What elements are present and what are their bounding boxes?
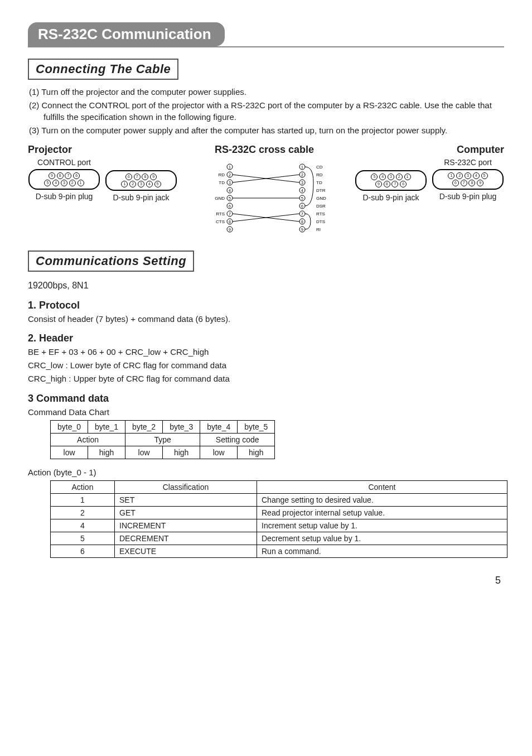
computer-port-label: RS-232C port — [432, 158, 504, 167]
svg-text:RD: RD — [218, 172, 225, 177]
action-subheading: Action (byte_0 - 1) — [28, 467, 504, 478]
svg-text:9: 9 — [229, 228, 231, 232]
svg-text:RD: RD — [316, 172, 323, 177]
svg-text:9: 9 — [301, 228, 303, 232]
byte-table: byte_0 byte_1 byte_2 byte_3 byte_4 byte_… — [50, 420, 275, 459]
step-3: (3) Turn on the computer power supply an… — [28, 125, 504, 136]
step-1: (1) Turn off the projector and the compu… — [28, 86, 504, 98]
cmd-subheading: Command Data Chart — [28, 407, 504, 418]
header-line-1: CRC_low : Lower byte of CRC flag for com… — [28, 360, 504, 371]
svg-text:3: 3 — [301, 181, 303, 185]
section-heading-comm: Communications Setting — [28, 251, 194, 272]
dsub-plug-icon: 1 2 3 4 5 6 7 8 9 — [432, 169, 504, 190]
svg-text:8: 8 — [301, 220, 303, 224]
label-cable: RS-232C cross cable — [215, 144, 314, 156]
title-rule — [28, 46, 504, 47]
step-2: (2) Connect the CONTROL port of the proj… — [28, 100, 504, 123]
table-row: 1SETChange setting to desired value. — [51, 494, 507, 507]
protocol-heading: 1. Protocol — [28, 300, 504, 311]
svg-text:CTS: CTS — [216, 219, 225, 224]
svg-text:CD: CD — [316, 165, 323, 170]
projector-port-label: CONTROL port — [28, 158, 100, 167]
action-table: Action Classification Content 1SETChange… — [50, 480, 507, 558]
section-heading-connecting: Connecting The Cable — [28, 59, 178, 80]
svg-text:DSR: DSR — [316, 204, 326, 209]
svg-text:2: 2 — [301, 173, 303, 177]
header-heading: 2. Header — [28, 333, 504, 344]
svg-text:GND: GND — [215, 196, 225, 201]
svg-text:3: 3 — [229, 181, 231, 185]
table-row: 4INCREMENTIncrement setup value by 1. — [51, 519, 507, 532]
svg-text:RTS: RTS — [316, 211, 325, 216]
table-row: 5DECREMENTDecrement setup value by 1. — [51, 532, 507, 545]
page-number: 5 — [28, 575, 501, 586]
header-line-2: CRC_high : Upper byte of CRC flag for co… — [28, 373, 504, 384]
page-title: RS-232C Communication — [28, 22, 225, 46]
svg-text:1: 1 — [229, 165, 231, 169]
svg-text:7: 7 — [229, 212, 231, 216]
svg-text:2: 2 — [229, 173, 231, 177]
dsub-plug-label: D-sub 9-pin plug — [28, 192, 100, 201]
table-row: 2GETRead projector internal setup value. — [51, 507, 507, 519]
svg-text:7: 7 — [301, 212, 303, 216]
cross-cable-icon: 123456789 123456789 RDTDGNDRTSCTS CDRDTD… — [199, 158, 333, 242]
wiring-diagram: CONTROL port 9 8 7 6 5 4 3 2 1 D-sub 9-p… — [28, 158, 504, 242]
svg-text:TD: TD — [219, 180, 225, 185]
svg-text:RI: RI — [316, 227, 321, 232]
svg-text:6: 6 — [229, 204, 231, 208]
svg-text:1: 1 — [301, 165, 303, 169]
svg-text:GND: GND — [316, 196, 326, 201]
dsub-jack-icon: 6 7 8 9 1 2 3 4 5 — [105, 170, 177, 191]
svg-text:DTR: DTR — [316, 188, 326, 193]
cmd-heading: 3 Command data — [28, 393, 504, 405]
svg-text:4: 4 — [301, 189, 303, 192]
svg-text:6: 6 — [301, 204, 303, 208]
protocol-text: Consist of header (7 bytes) + command da… — [28, 314, 504, 325]
dsub-jack-label: D-sub 9-pin jack — [105, 193, 177, 202]
header-line-0: BE + EF + 03 + 06 + 00 + CRC_low + CRC_h… — [28, 346, 504, 358]
svg-text:RTS: RTS — [216, 211, 225, 216]
svg-text:TD: TD — [316, 180, 322, 185]
svg-text:8: 8 — [229, 220, 231, 224]
label-projector: Projector — [28, 144, 72, 156]
dsub-plug-icon: 9 8 7 6 5 4 3 2 1 — [28, 169, 100, 190]
label-computer: Computer — [457, 144, 504, 156]
svg-text:4: 4 — [229, 189, 231, 192]
baud-rate: 19200bps, 8N1 — [28, 280, 504, 292]
svg-text:DTS: DTS — [316, 219, 325, 224]
svg-text:5: 5 — [229, 196, 231, 200]
dsub-jack-label: D-sub 9-pin jack — [355, 193, 427, 202]
table-row: 6EXECUTERun a command. — [51, 545, 507, 558]
svg-text:5: 5 — [301, 196, 303, 200]
dsub-jack-icon: 5 4 3 2 1 9 8 7 6 — [355, 170, 427, 191]
dsub-plug-label: D-sub 9-pin plug — [432, 192, 504, 201]
